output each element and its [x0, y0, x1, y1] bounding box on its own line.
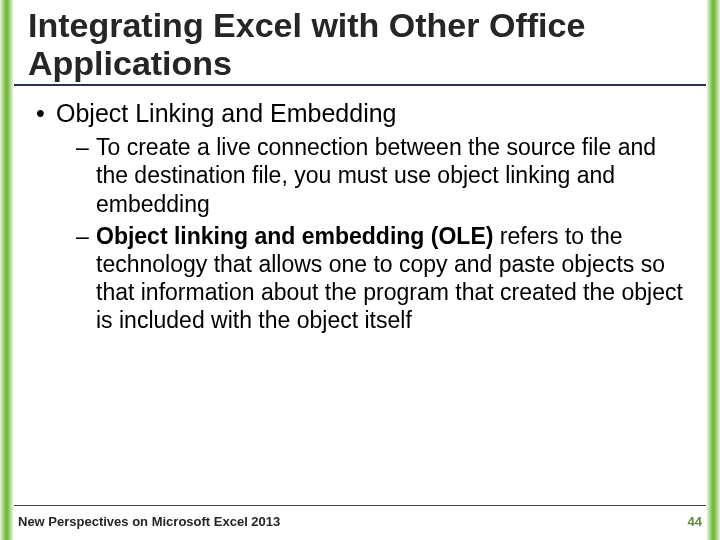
slide-content: Integrating Excel with Other Office Appl… — [14, 0, 706, 540]
bullet-level1: Object Linking and Embedding — [36, 98, 684, 129]
page-number: 44 — [688, 514, 702, 529]
footer-divider — [14, 505, 706, 506]
bullet-bold-term: Object linking and embedding (OLE) — [96, 223, 493, 249]
slide-title: Integrating Excel with Other Office Appl… — [14, 0, 706, 86]
bullet-level2: To create a live connection between the … — [76, 133, 684, 217]
slide-body: Object Linking and Embedding To create a… — [14, 86, 706, 334]
footer-text: New Perspectives on Microsoft Excel 2013 — [18, 514, 280, 529]
bullet-level2: Object linking and embedding (OLE) refer… — [76, 222, 684, 334]
slide-footer: New Perspectives on Microsoft Excel 2013… — [14, 510, 706, 532]
slide-left-border — [0, 0, 14, 540]
slide-right-border — [706, 0, 720, 540]
